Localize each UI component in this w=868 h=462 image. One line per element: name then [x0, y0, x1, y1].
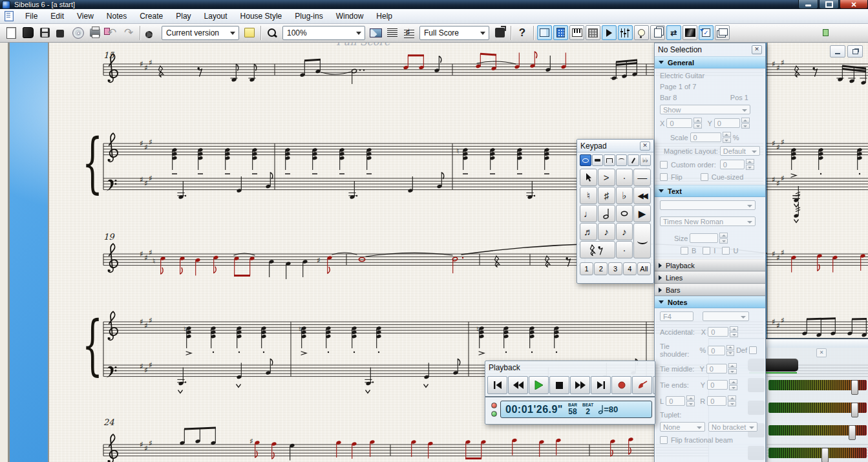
record-button[interactable]: [611, 376, 631, 394]
toggle-playback-button[interactable]: [602, 25, 617, 40]
keypad-key-tenuto[interactable]: —: [633, 169, 651, 186]
menu-create[interactable]: Create: [133, 9, 169, 23]
new-score-button[interactable]: [3, 25, 19, 41]
keypad-key-natural[interactable]: ♮: [580, 187, 597, 204]
version-selector[interactable]: Current version: [162, 26, 239, 40]
keypad-voice-all[interactable]: All: [637, 262, 651, 275]
toggle-fretboard-button[interactable]: [586, 25, 600, 40]
keypad-voice-4[interactable]: 4: [623, 262, 637, 275]
toggle-compare-button[interactable]: ⇄: [666, 25, 681, 40]
keypad-tab-articulations[interactable]: [616, 154, 628, 166]
keypad-tab-voices-ties[interactable]: [604, 154, 615, 166]
panorama-button[interactable]: [367, 25, 384, 41]
keypad-key-quarter-note[interactable]: ♩: [580, 205, 597, 222]
menu-play[interactable]: Play: [169, 9, 197, 23]
keypad-key-whole-note[interactable]: [616, 205, 633, 222]
rewind-button[interactable]: [508, 376, 528, 394]
keypad-tab-common-notes[interactable]: [580, 154, 591, 166]
keypad-tab-jazz[interactable]: [628, 154, 639, 166]
keypad-key-half-note[interactable]: [598, 205, 615, 222]
transposing-score-button[interactable]: [401, 25, 418, 41]
close-button[interactable]: ✕: [840, 0, 868, 9]
keypad-voice-2[interactable]: 2: [594, 262, 608, 275]
mdi-restore-button[interactable]: [847, 45, 863, 58]
flexi-time-button[interactable]: [632, 376, 652, 394]
play-button[interactable]: [529, 376, 549, 394]
keypad-key-eighth-note[interactable]: ♪: [598, 223, 615, 240]
section-playback-header[interactable]: Playback: [655, 259, 765, 271]
minimize-button[interactable]: [798, 0, 818, 9]
menu-file[interactable]: File: [19, 9, 44, 23]
section-bars-header[interactable]: Bars: [655, 284, 765, 296]
help-button[interactable]: ?: [514, 25, 531, 41]
go-to-end-button[interactable]: [591, 376, 611, 394]
keypad-tab-beams-rests[interactable]: [592, 154, 604, 166]
keypad-voice-1[interactable]: 1: [580, 262, 593, 275]
section-notes-header[interactable]: Notes: [655, 296, 765, 308]
keypad-key-dot[interactable]: ·: [616, 241, 633, 258]
export-audio-button[interactable]: [70, 25, 87, 41]
toggle-keypad-button[interactable]: [553, 25, 568, 40]
keypad-key-rest[interactable]: [580, 241, 615, 258]
focus-on-staves-button[interactable]: [384, 25, 401, 41]
fader-handle[interactable]: [849, 425, 856, 440]
keypad-close-icon[interactable]: ✕: [640, 142, 650, 151]
keypad-key-cursor[interactable]: [580, 169, 597, 186]
mixer-close-icon[interactable]: ✕: [816, 348, 827, 357]
toggle-properties-button[interactable]: [650, 25, 665, 40]
section-general-header[interactable]: General: [655, 56, 765, 68]
section-lines-header[interactable]: Lines: [655, 271, 765, 284]
mixer-fader-track[interactable]: [768, 380, 867, 390]
versions-button[interactable]: [143, 25, 160, 41]
stop-button[interactable]: [549, 376, 569, 394]
undo-button[interactable]: ↶: [103, 25, 120, 41]
menu-help[interactable]: Help: [370, 9, 399, 23]
keypad-key-accent[interactable]: >: [598, 169, 615, 186]
toggle-navigator-button[interactable]: [537, 25, 552, 40]
toggle-filter-button[interactable]: ✓: [699, 25, 714, 40]
new-comment-button[interactable]: [241, 25, 258, 41]
fader-handle[interactable]: [821, 448, 829, 462]
keypad-key-eighth-note-2[interactable]: ♪: [616, 223, 633, 240]
keypad-key-tie[interactable]: [633, 223, 651, 258]
save-version-button[interactable]: [53, 25, 70, 41]
restore-button[interactable]: [819, 0, 839, 9]
menu-window[interactable]: Window: [330, 9, 370, 23]
keypad-key-sharp[interactable]: ♯: [598, 187, 615, 204]
playback-timeline-display[interactable]: 00:01'26.9" BAR58 BEAT2 =80: [500, 401, 652, 418]
save-button[interactable]: [36, 25, 53, 41]
redo-button[interactable]: ↷: [120, 25, 137, 41]
toggle-ideas-button[interactable]: [634, 25, 649, 40]
fast-forward-button[interactable]: [570, 376, 590, 394]
toggle-keyboard-button[interactable]: [569, 25, 584, 40]
menu-plugins[interactable]: Plug-ins: [288, 9, 329, 23]
menu-layout[interactable]: Layout: [198, 9, 234, 23]
toggle-video-button[interactable]: [683, 25, 697, 40]
open-button[interactable]: [19, 25, 36, 41]
go-to-start-button[interactable]: [487, 376, 507, 394]
mdi-minimize-button[interactable]: [830, 45, 845, 58]
toggle-mixer-button[interactable]: [618, 25, 633, 40]
properties-close-icon[interactable]: ✕: [752, 45, 762, 54]
keypad-tab-accidentals[interactable]: ♭♭: [640, 154, 651, 166]
menu-view[interactable]: View: [70, 9, 100, 23]
zoom-level-selector[interactable]: 100%: [282, 26, 365, 40]
keypad-key-play[interactable]: ▶: [633, 205, 651, 222]
section-text-header[interactable]: Text: [655, 185, 765, 197]
keypad-key-flat[interactable]: ♭: [616, 187, 633, 204]
fader-handle[interactable]: [851, 380, 858, 395]
mixer-fader-track[interactable]: [768, 425, 867, 436]
fader-handle[interactable]: [851, 403, 858, 417]
keypad-key-rewind[interactable]: ◀◀: [633, 187, 651, 204]
zoom-button[interactable]: [264, 25, 281, 41]
menu-edit[interactable]: Edit: [44, 9, 70, 23]
score-view-selector[interactable]: Full Score: [419, 26, 489, 40]
toggle-windows-button[interactable]: [715, 25, 730, 40]
copy-graphic-button[interactable]: [491, 25, 508, 41]
print-button[interactable]: [87, 25, 103, 41]
menu-notes[interactable]: Notes: [100, 9, 133, 23]
move-playback-line-button[interactable]: [653, 376, 655, 394]
keypad-key-sixteenth-note[interactable]: ♬: [580, 223, 597, 240]
menu-house-style[interactable]: House Style: [234, 9, 289, 23]
mixer-fader-track[interactable]: [768, 448, 867, 458]
